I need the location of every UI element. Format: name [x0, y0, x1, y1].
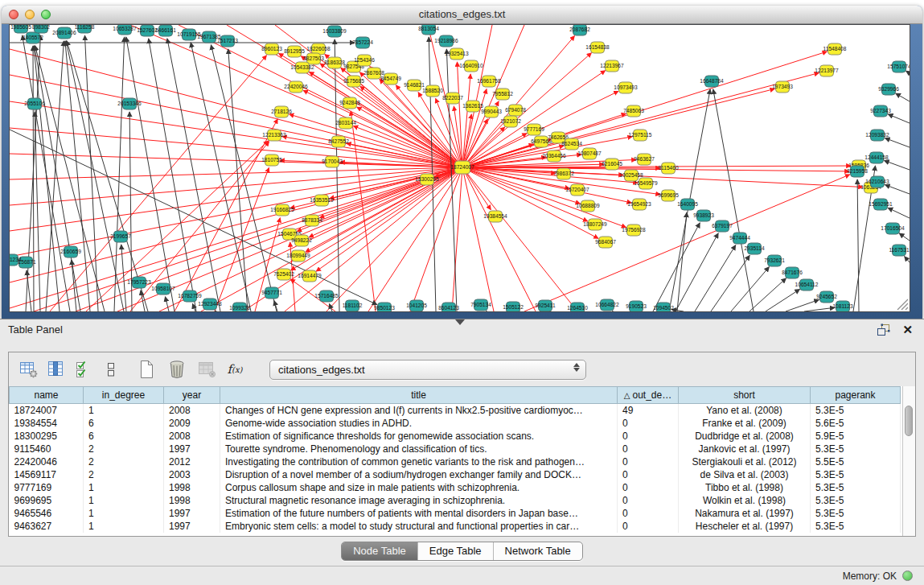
graph-edge[interactable]	[905, 257, 910, 262]
table-cell[interactable]: Yano et al. (2008)	[679, 404, 811, 418]
table-cell[interactable]: 1	[84, 507, 164, 520]
vertical-scrollbar[interactable]	[902, 386, 915, 536]
table-cell[interactable]: 1	[84, 481, 164, 494]
table-cell[interactable]: 5.3E-5	[811, 468, 901, 481]
graph-edge[interactable]	[462, 167, 577, 311]
table-cell[interactable]: 0	[618, 455, 679, 468]
table-cell[interactable]: 0	[618, 520, 679, 533]
graph-edge[interactable]	[711, 255, 749, 311]
table-cell[interactable]: 0	[618, 494, 679, 507]
graph-edge[interactable]	[462, 167, 494, 311]
table-cell[interactable]: 1	[84, 520, 164, 533]
canvas-resize-grip[interactable]	[897, 299, 908, 310]
table-cell[interactable]: 2	[84, 468, 164, 481]
column-header-pagerank[interactable]: pagerank	[811, 387, 901, 404]
table-row[interactable]: 2242004622012Investigating the contribut…	[10, 455, 901, 468]
table-cell[interactable]: 22420046	[10, 455, 84, 468]
graph-edge[interactable]	[888, 114, 910, 123]
table-cell[interactable]: Corpus callosum shape and size in male p…	[220, 481, 618, 494]
table-cell[interactable]: Wolkin et al. (1998)	[679, 494, 811, 507]
table-cell[interactable]: 9463627	[10, 520, 84, 533]
table-cell[interactable]: 5.3E-5	[811, 404, 901, 418]
table-cell[interactable]: Nakamura et al. (1997)	[679, 507, 811, 520]
table-cell[interactable]: Tourette syndrome. Phenomenology and cla…	[220, 443, 618, 455]
table-cell[interactable]: 5.6E-5	[811, 417, 901, 430]
graph-edge[interactable]	[23, 35, 70, 311]
memory-status-indicator[interactable]	[902, 571, 913, 581]
graph-edge[interactable]	[462, 25, 492, 167]
graph-edge[interactable]	[804, 307, 835, 311]
column-header-short[interactable]: short	[679, 387, 811, 404]
graph-edge[interactable]	[84, 35, 98, 311]
table-cell[interactable]: 0	[618, 507, 679, 520]
table-cell[interactable]: 5.3E-5	[811, 481, 901, 494]
network-canvas[interactable]: 1872400789601238912955182260589827503818…	[10, 25, 910, 311]
window-titlebar[interactable]: citations_edges.txt	[2, 6, 922, 24]
table-row[interactable]: 1938455462009Genome-wide association stu…	[10, 417, 901, 430]
close-window-button[interactable]	[9, 10, 18, 19]
table-cell[interactable]: 9465546	[10, 507, 84, 520]
table-cell[interactable]: 0	[618, 443, 679, 455]
table-cell[interactable]: 5.3E-5	[811, 443, 901, 455]
graph-edge[interactable]	[165, 297, 169, 311]
graph-edge[interactable]	[695, 245, 736, 311]
table-cell[interactable]: 0	[618, 417, 679, 430]
graph-edge[interactable]	[215, 311, 216, 311]
delete-table-icon-disabled[interactable]	[197, 359, 218, 380]
tab-edge-table[interactable]: Edge Table	[417, 542, 493, 560]
table-settings-button[interactable]	[18, 359, 39, 380]
graph-edge[interactable]	[885, 138, 910, 147]
table-row[interactable]: 977716911998Corpus callosum shape and si…	[10, 481, 901, 494]
table-cell[interactable]: 2008	[164, 404, 220, 418]
table-cell[interactable]: Structural magnetic resonance image aver…	[220, 494, 618, 507]
graph-edge[interactable]	[899, 233, 910, 241]
function-builder-icon[interactable]: f(x)	[224, 359, 245, 380]
table-cell[interactable]: 1	[84, 494, 164, 507]
graph-edge[interactable]	[786, 299, 819, 311]
graph-edge[interactable]	[857, 179, 859, 311]
close-panel-icon[interactable]: ✕	[902, 323, 913, 336]
column-header-in-degree[interactable]: in_degree	[84, 387, 164, 404]
column-visibility-button[interactable]	[46, 359, 67, 380]
column-header-out-degree[interactable]: △out_de…	[618, 387, 679, 404]
tab-node-table[interactable]: Node Table	[342, 542, 417, 560]
table-cell[interactable]: 5.3E-5	[811, 507, 901, 520]
table-cell[interactable]: 1997	[164, 507, 220, 520]
graph-edge[interactable]	[906, 71, 910, 73]
table-cell[interactable]: Changes of HCN gene expression and I(f) …	[220, 404, 618, 418]
column-header-year[interactable]: year	[164, 387, 220, 404]
graph-edge[interactable]	[326, 167, 462, 311]
zoom-window-button[interactable]	[41, 10, 51, 19]
delete-column-icon[interactable]	[166, 359, 187, 380]
graph-edge[interactable]	[191, 43, 251, 311]
table-cell[interactable]: 6	[84, 430, 164, 443]
minimize-window-button[interactable]	[25, 10, 35, 19]
table-row[interactable]: 1872400712008Changes of HCN gene express…	[10, 404, 901, 418]
table-cell[interactable]: Disruption of a novel member of a sodium…	[220, 468, 618, 481]
table-cell[interactable]: 0	[618, 468, 679, 481]
table-selector-dropdown[interactable]: citations_edges.txt	[269, 360, 586, 380]
table-row[interactable]: 1456911722003Disruption of a novel membe…	[10, 468, 901, 481]
graph-edge[interactable]	[653, 223, 700, 311]
table-cell[interactable]: 2	[84, 455, 164, 468]
column-header-name[interactable]: name	[10, 387, 84, 404]
scrollbar-thumb[interactable]	[905, 406, 913, 436]
table-cell[interactable]: Jankovic et al. (1997)	[679, 443, 811, 455]
table-cell[interactable]: Hescheler et al. (1997)	[679, 520, 811, 533]
tab-network-table[interactable]: Network Table	[493, 542, 582, 560]
table-cell[interactable]: 2012	[164, 455, 220, 468]
table-cell[interactable]: 2009	[164, 417, 220, 430]
table-cell[interactable]: 2008	[164, 430, 220, 443]
table-cell[interactable]: Investigating the contribution of common…	[220, 455, 618, 468]
table-cell[interactable]: 5.3E-5	[811, 520, 901, 533]
row-height-button[interactable]	[101, 359, 121, 380]
table-cell[interactable]: 18724007	[10, 404, 84, 418]
table-cell[interactable]: 5.3E-5	[811, 494, 901, 507]
table-row[interactable]: 1830029562008Estimation of significance …	[10, 430, 901, 443]
table-cell[interactable]: Tibbo et al. (1998)	[679, 481, 811, 494]
table-cell[interactable]: Stergiakouli et al. (2012)	[679, 455, 811, 468]
table-row[interactable]: 946362711997Embryonic stem cells: a mode…	[10, 520, 901, 533]
selection-mode-button[interactable]	[73, 359, 94, 380]
new-column-icon[interactable]	[136, 359, 157, 380]
graph-edge[interactable]	[452, 167, 462, 311]
